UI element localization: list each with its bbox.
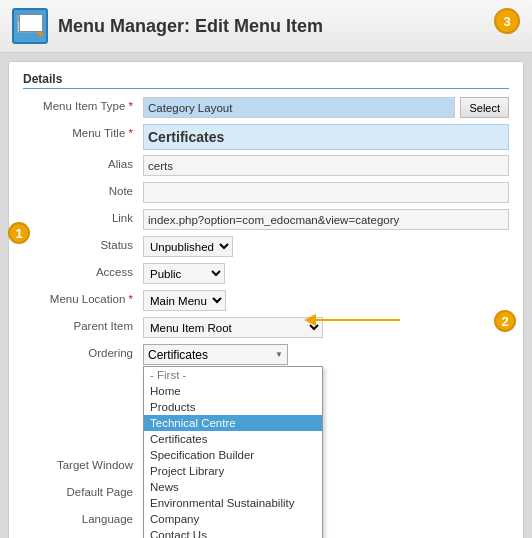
menu-item-type-input[interactable] — [143, 97, 455, 118]
access-row: Access Public Registered Special — [23, 263, 509, 285]
note-control — [143, 182, 509, 203]
link-input[interactable] — [143, 209, 509, 230]
default-page-label: Default Page — [23, 483, 143, 498]
note-input[interactable] — [143, 182, 509, 203]
list-item[interactable]: Technical Centre — [144, 415, 322, 431]
dropdown-arrow-icon: ▼ — [275, 350, 283, 359]
menu-item-type-row: Menu Item Type * Select — [23, 97, 509, 119]
parent-item-row: Parent Item Menu Item Root — [23, 317, 509, 339]
parent-item-label: Parent Item — [23, 317, 143, 332]
menu-title-control — [143, 124, 509, 150]
svg-text:≡: ≡ — [21, 18, 24, 24]
menu-item-type-control: Select — [143, 97, 509, 118]
details-section-heading: Details — [23, 72, 509, 89]
alias-input[interactable] — [143, 155, 509, 176]
list-item[interactable]: News — [144, 479, 322, 495]
menu-title-input[interactable] — [143, 124, 509, 150]
ordering-value: Certificates — [148, 348, 208, 362]
note-row: Note — [23, 182, 509, 204]
list-item[interactable]: Home — [144, 383, 322, 399]
main-form: Details Menu Item Type * Select Menu Tit… — [8, 61, 524, 538]
list-item[interactable]: Products — [144, 399, 322, 415]
list-item[interactable]: Certificates — [144, 431, 322, 447]
access-select[interactable]: Public Registered Special — [143, 263, 225, 284]
target-window-label: Target Window — [23, 456, 143, 471]
alias-label: Alias — [23, 155, 143, 170]
svg-text:+: + — [36, 27, 42, 38]
menu-location-row: Menu Location * Main Menu Top Menu — [23, 290, 509, 312]
page-header: ≡ + Menu Manager: Edit Menu Item 3 — [0, 0, 532, 53]
link-row: Link — [23, 209, 509, 231]
svg-rect-1 — [18, 16, 38, 21]
language-label: Language — [23, 510, 143, 525]
select-button[interactable]: Select — [460, 97, 509, 118]
svg-rect-0 — [18, 16, 38, 32]
list-item[interactable]: Environmental Sustainability — [144, 495, 322, 511]
annotation-arrow — [300, 305, 420, 335]
note-label: Note — [23, 182, 143, 197]
menu-item-type-label: Menu Item Type * — [23, 97, 143, 112]
link-label: Link — [23, 209, 143, 224]
menu-location-label: Menu Location * — [23, 290, 143, 305]
ordering-row: Ordering Certificates ▼ - First -HomePro… — [23, 344, 509, 366]
list-item[interactable]: - First - — [144, 367, 322, 383]
status-control: Unpublished Published — [143, 236, 509, 257]
annotation-2-badge: 2 — [494, 310, 516, 332]
annotation-1-badge: 1 — [8, 222, 30, 244]
menu-location-select[interactable]: Main Menu Top Menu — [143, 290, 226, 311]
ordering-dropdown-list: - First -HomeProductsTechnical CentreCer… — [143, 366, 323, 538]
list-item[interactable]: Specification Builder — [144, 447, 322, 463]
link-control — [143, 209, 509, 230]
list-item[interactable]: Contact Us — [144, 527, 322, 538]
page-title: Menu Manager: Edit Menu Item — [58, 16, 323, 37]
parent-item-select[interactable]: Menu Item Root — [143, 317, 323, 338]
menu-title-row: Menu Title * — [23, 124, 509, 150]
list-item[interactable]: Company — [144, 511, 322, 527]
ordering-label: Ordering — [23, 344, 143, 359]
header-icon: ≡ + — [12, 8, 48, 44]
access-control: Public Registered Special — [143, 263, 509, 284]
status-label: Status — [23, 236, 143, 251]
list-item[interactable]: Project Library — [144, 463, 322, 479]
ordering-select-button[interactable]: Certificates ▼ — [143, 344, 288, 365]
menu-title-label: Menu Title * — [23, 124, 143, 139]
status-select[interactable]: Unpublished Published — [143, 236, 233, 257]
ordering-control: Certificates ▼ - First -HomeProductsTech… — [143, 344, 509, 365]
annotation-3-badge: 3 — [494, 8, 520, 34]
alias-control — [143, 155, 509, 176]
alias-row: Alias — [23, 155, 509, 177]
access-label: Access — [23, 263, 143, 278]
status-row: Status Unpublished Published — [23, 236, 509, 258]
